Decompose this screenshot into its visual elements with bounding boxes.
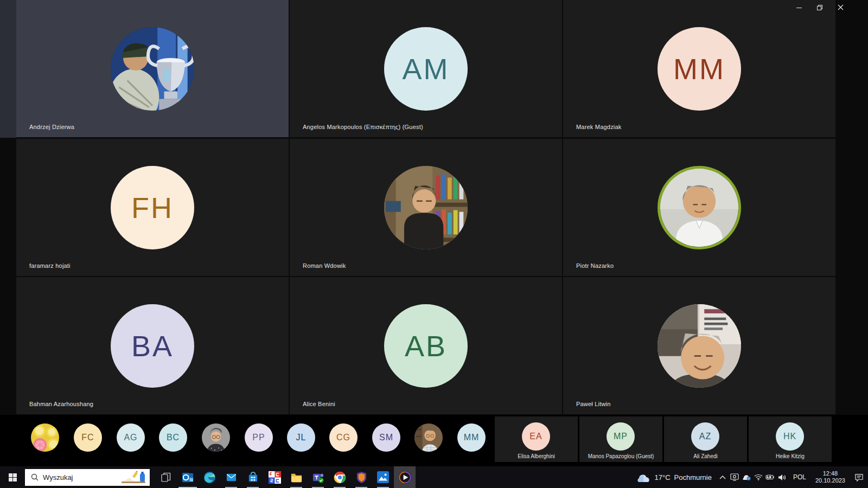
photos-icon (377, 471, 389, 483)
microsoft-store-icon (247, 472, 259, 483)
frse-logo-icon (269, 471, 281, 484)
taskbar-app-edge[interactable] (199, 466, 220, 488)
weather-condition: Pochmurnie (674, 473, 712, 481)
participant-name: Bahman Azarhoushang (29, 401, 93, 407)
edge-icon (203, 471, 216, 484)
strip-avatar-portrait-photo[interactable] (414, 423, 443, 452)
strip-avatar-portrait-photo[interactable] (202, 423, 230, 452)
participant-photo (658, 166, 741, 249)
search-doodle-icon (120, 470, 149, 485)
participant-tile[interactable]: Roman Wdowik (290, 139, 562, 276)
taskbar-app-photos[interactable] (372, 466, 394, 488)
taskbar-app-frse[interactable] (264, 466, 285, 488)
start-button[interactable] (0, 466, 25, 488)
strip-avatar-initials[interactable]: AG (117, 423, 145, 452)
mail-icon (226, 472, 237, 483)
taskbar-app-mail[interactable] (220, 466, 242, 488)
close-icon (837, 4, 844, 11)
strip-avatar-initials[interactable]: JL (287, 423, 315, 452)
participant-initials-avatar: FH (111, 166, 194, 249)
participant-photo (658, 304, 741, 388)
clock-time: 12:48 (815, 470, 845, 477)
participant-tile[interactable]: Andrzej Dzierwa (16, 0, 289, 137)
attendee-name: Manos Papazoglou (Guest) (579, 453, 662, 459)
participant-photo (384, 166, 468, 249)
attendee-tile[interactable]: HK Heike Kitzig (749, 416, 832, 462)
strip-avatar-initials[interactable]: FC (74, 423, 102, 452)
teams-meeting-window: Andrzej Dzierwa AM Angelos Markopoulos (… (0, 0, 868, 488)
windows-logo-icon (9, 473, 17, 481)
cast-icon[interactable] (729, 466, 741, 488)
taskbar-app-chrome[interactable] (329, 466, 350, 488)
search-placeholder: Wyszukaj (43, 473, 73, 481)
shield-icon (356, 471, 367, 484)
chrome-icon (334, 471, 346, 484)
volume-icon[interactable] (776, 466, 788, 488)
participant-tile[interactable]: Piotr Nazarko (563, 139, 835, 276)
participant-tile[interactable]: AM Angelos Markopoulos (Επισκέπτης) (Gue… (290, 0, 562, 137)
participant-tile[interactable]: AB Alice Benini (290, 277, 562, 414)
participant-photo (111, 27, 194, 111)
taskbar-app-outlook[interactable] (177, 466, 199, 488)
participant-tile[interactable]: BA Bahman Azarhoushang (16, 277, 289, 414)
minimize-button[interactable] (789, 0, 809, 15)
strip-avatar-initials[interactable]: SM (372, 423, 400, 452)
onedrive-icon[interactable] (741, 466, 752, 488)
taskbar-app-security-shield[interactable] (350, 466, 372, 488)
minimize-icon (796, 4, 802, 11)
participant-name: Andrzej Dzierwa (29, 124, 74, 130)
attendee-name: Elisa Alberghini (495, 453, 578, 459)
participant-tile[interactable]: FH faramarz hojati (16, 139, 289, 276)
participant-initials-avatar: AM (384, 27, 468, 111)
windows-taskbar: Wyszukaj (0, 466, 868, 488)
participant-name: Marek Magdziak (576, 124, 622, 130)
search-icon (31, 473, 39, 481)
clock[interactable]: 12:48 20.10.2023 (811, 470, 850, 484)
weather-widget[interactable]: 17°C Pochmurnie (631, 466, 717, 488)
attendee-initials-avatar: AZ (691, 422, 719, 451)
attendee-name: Heike Kitzig (749, 453, 832, 459)
taskbar-app-teams[interactable] (307, 466, 329, 488)
strip-avatar-initials[interactable]: CG (329, 423, 358, 452)
participant-name: Alice Benini (303, 401, 335, 407)
wifi-icon[interactable] (752, 466, 764, 488)
participant-tile[interactable]: Paweł Litwin (563, 277, 835, 414)
battery-icon[interactable] (764, 466, 776, 488)
hidden-icons-chevron[interactable] (717, 466, 729, 488)
participant-name: Roman Wdowik (303, 262, 346, 269)
close-button[interactable] (830, 0, 851, 15)
language-indicator[interactable]: POL (788, 473, 811, 481)
attendee-tile[interactable]: AZ Ali Zahedi (664, 416, 747, 462)
attendee-initials-avatar: HK (776, 422, 804, 451)
strip-avatar-citrus-photo[interactable] (31, 423, 59, 452)
attendee-strip: FC AG BC PP JL CG SM (0, 415, 868, 466)
participant-name: Angelos Markopoulos (Επισκέπτης) (Guest) (303, 124, 423, 130)
weather-temp: 17°C (655, 473, 671, 481)
task-view-icon (161, 472, 171, 482)
strip-avatar-initials[interactable]: MM (457, 423, 486, 452)
taskbar-app-store[interactable] (242, 466, 264, 488)
attendee-initials-avatar: EA (522, 422, 550, 451)
restore-button[interactable] (809, 0, 830, 15)
participant-initials-avatar: BA (111, 304, 194, 388)
participant-tile[interactable]: MM Marek Magdziak (563, 0, 835, 137)
teams-icon (312, 471, 324, 484)
window-controls (789, 0, 851, 15)
action-center-button[interactable] (850, 466, 868, 488)
play-button-icon (398, 471, 412, 484)
file-explorer-icon (290, 471, 303, 484)
strip-avatar-initials[interactable]: PP (245, 423, 273, 452)
taskbar-app-media-player[interactable] (394, 466, 416, 488)
participant-name: faramarz hojati (29, 262, 71, 269)
taskbar-app-file-explorer[interactable] (285, 466, 307, 488)
attendee-tile[interactable]: MP Manos Papazoglou (Guest) (579, 416, 662, 462)
search-input[interactable]: Wyszukaj (25, 469, 150, 486)
restore-icon (816, 4, 823, 11)
participant-name: Piotr Nazarko (576, 262, 614, 269)
task-view-button[interactable] (155, 466, 177, 488)
clock-date: 20.10.2023 (815, 477, 845, 484)
action-center-icon (854, 473, 864, 482)
attendee-initials-avatar: MP (607, 422, 635, 451)
attendee-tile[interactable]: EA Elisa Alberghini (495, 416, 578, 462)
strip-avatar-initials[interactable]: BC (159, 423, 187, 452)
